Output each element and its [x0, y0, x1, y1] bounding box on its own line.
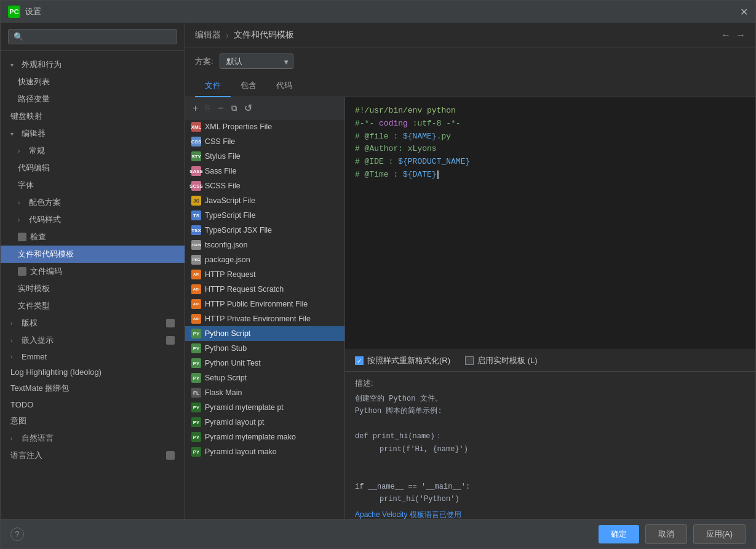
http-pub-icon: ADI [191, 299, 201, 309]
file-item[interactable]: ADI HTTP Private Environment File [185, 311, 344, 326]
cursor [437, 170, 439, 179]
sidebar-item-copyright[interactable]: › 版权 [1, 315, 185, 332]
file-item-python-script[interactable]: PY Python Script [185, 326, 344, 341]
file-item[interactable]: TSX TypeScript JSX File [185, 223, 344, 238]
file-item-label: Pyramid mytemplate mako [205, 433, 296, 441]
code-line-3: # @file : ${NAME}.py [355, 130, 746, 143]
sidebar-item-file-encoding[interactable]: 文件编码 [1, 263, 185, 280]
tab-label: 文件 [205, 81, 221, 90]
main-content: 🔍 ▾ 外观和行为 快速列表 路径变量 键盘映射 [1, 23, 755, 519]
remove-button[interactable]: − [215, 102, 226, 115]
file-item[interactable]: STY Stylus File [185, 149, 344, 164]
file-item-python-stub[interactable]: PY Python Stub [185, 341, 344, 356]
http-priv-icon: ADI [191, 314, 201, 324]
file-item[interactable]: API HTTP Request [185, 267, 344, 282]
sidebar-item-log-highlighting[interactable]: Log Highlighting (Ideolog) [1, 364, 185, 380]
file-item[interactable]: TS TypeScript File [185, 208, 344, 223]
sidebar-item-textmate[interactable]: TextMate 捆绑包 [1, 380, 185, 397]
duplicate-button[interactable]: ⧉ [229, 102, 239, 114]
file-item[interactable]: SASS Sass File [185, 164, 344, 178]
sidebar-item-color-scheme[interactable]: › 配色方案 [1, 194, 185, 211]
close-button[interactable]: ✕ [740, 6, 748, 18]
file-item[interactable]: SCSS SCSS File [185, 178, 344, 193]
sidebar-item-general[interactable]: › 常规 [1, 142, 185, 159]
sidebar-item-appearance[interactable]: ▾ 外观和行为 [1, 56, 185, 73]
file-item-flask-main[interactable]: FL Flask Main [185, 385, 344, 400]
pyramid-layout-mako-icon: PY [191, 447, 201, 457]
apply-button[interactable]: 应用(A) [693, 524, 746, 544]
sidebar-item-natural-language[interactable]: › 自然语言 [1, 430, 185, 447]
tab-label: 代码 [276, 81, 292, 90]
sidebar-item-label: 检查 [30, 231, 46, 242]
sidebar-item-editor[interactable]: ▾ 编辑器 [1, 125, 185, 142]
file-item-pyramid-layout-mako[interactable]: PY Pyramid layout mako [185, 444, 344, 459]
code-editor[interactable]: #!/usr/bin/env python #-*- coding :utf-8… [345, 97, 755, 350]
file-item[interactable]: PKG package.json [185, 252, 344, 267]
reformat-checkbox[interactable]: 按照样式重新格式化(R) [355, 355, 450, 366]
tab-includes[interactable]: 包含 [231, 75, 266, 97]
sidebar-item-font[interactable]: 字体 [1, 177, 185, 194]
cancel-button[interactable]: 取消 [645, 524, 687, 544]
add-button[interactable]: + [190, 102, 201, 115]
file-item[interactable]: JS JavaScript File [185, 193, 344, 208]
description-panel: 描述: 创建空的 Python 文件。 Python 脚本的简单示例: def … [345, 371, 755, 519]
sidebar-item-file-templates[interactable]: 文件和代码模板 [1, 246, 185, 263]
forward-button[interactable]: → [736, 30, 746, 41]
file-item[interactable]: ADI HTTP Request Scratch [185, 282, 344, 297]
sidebar-item-quicklist[interactable]: 快速列表 [1, 73, 185, 90]
code-line-4: # @Author: xLyons [355, 143, 746, 156]
sidebar-item-emmet[interactable]: › Emmet [1, 349, 185, 364]
expand-icon: ▾ [10, 130, 18, 137]
expand-icon: › [10, 435, 18, 442]
scheme-select[interactable]: 默认 [220, 54, 293, 69]
sidebar-item-lang-injection[interactable]: 语言注入 [1, 447, 185, 464]
file-item-label: HTTP Request Scratch [205, 285, 284, 294]
settings-icon [18, 233, 26, 241]
file-item-label: package.json [205, 255, 250, 264]
sidebar-item-label: TODO [10, 400, 33, 409]
search-input-wrap[interactable]: 🔍 [8, 29, 177, 44]
help-button[interactable]: ? [10, 527, 24, 541]
sidebar-item-todo[interactable]: TODO [1, 397, 185, 412]
sidebar-item-code-edit[interactable]: 代码编辑 [1, 159, 185, 177]
options-bar: 按照样式重新格式化(R) 启用实时模板 (L) [345, 350, 755, 371]
file-item-setup-script[interactable]: PY Setup Script [185, 371, 344, 385]
back-button[interactable]: ← [721, 30, 731, 41]
tab-files[interactable]: 文件 [195, 75, 231, 97]
sidebar-item-code-style[interactable]: › 代码样式 [1, 211, 185, 228]
reformat-label: 按照样式重新格式化(R) [367, 355, 450, 366]
copy-icon-button[interactable]: ⎘ [203, 102, 213, 114]
window-title: 设置 [25, 6, 41, 17]
file-item[interactable]: XML XML Properties File [185, 119, 344, 134]
breadcrumb-current: 文件和代码模板 [234, 30, 294, 41]
file-item[interactable]: JSON tsconfig.json [185, 238, 344, 252]
sidebar-item-inlay-hints[interactable]: › 嵌入提示 [1, 332, 185, 349]
sidebar-item-pathvar[interactable]: 路径变量 [1, 90, 185, 108]
sidebar-item-keymap[interactable]: 键盘映射 [1, 108, 185, 125]
code-comment: # @IDE : [355, 157, 398, 166]
sidebar-item-file-types[interactable]: 文件类型 [1, 297, 185, 315]
reset-button[interactable]: ↺ [242, 101, 255, 115]
file-item[interactable]: ADI HTTP Public Environment File [185, 297, 344, 311]
file-item-label: Flask Main [205, 388, 242, 397]
live-template-check [465, 356, 474, 365]
sidebar-item-live-templates[interactable]: 实时模板 [1, 280, 185, 297]
tab-code[interactable]: 代码 [266, 75, 302, 97]
sidebar-item-label: TextMate 捆绑包 [10, 383, 69, 394]
file-item-pyramid-mytemplate-pt[interactable]: PY Pyramid mytemplate pt [185, 400, 344, 415]
sidebar-item-intentions[interactable]: 意图 [1, 412, 185, 430]
sidebar-item-label: 实时模板 [18, 283, 50, 294]
sidebar-item-label: 文件和代码模板 [18, 249, 74, 260]
live-template-checkbox[interactable]: 启用实时模板 (L) [465, 355, 538, 366]
sidebar-item-inspection[interactable]: 检查 [1, 228, 185, 246]
file-item-pyramid-mytemplate-mako[interactable]: PY Pyramid mytemplate mako [185, 430, 344, 444]
file-item-label: tsconfig.json [205, 241, 247, 249]
file-item-python-unit-test[interactable]: PY Python Unit Test [185, 356, 344, 371]
sidebar-item-label: 字体 [18, 180, 34, 191]
search-input[interactable] [27, 32, 172, 41]
file-item-pyramid-layout-pt[interactable]: PY Pyramid layout pt [185, 415, 344, 430]
file-item[interactable]: CSS CSS File [185, 134, 344, 149]
sidebar-item-label: 键盘映射 [10, 111, 42, 122]
breadcrumb-bar: 编辑器 › 文件和代码模板 ← → [185, 23, 755, 47]
ok-button[interactable]: 确定 [599, 525, 639, 543]
